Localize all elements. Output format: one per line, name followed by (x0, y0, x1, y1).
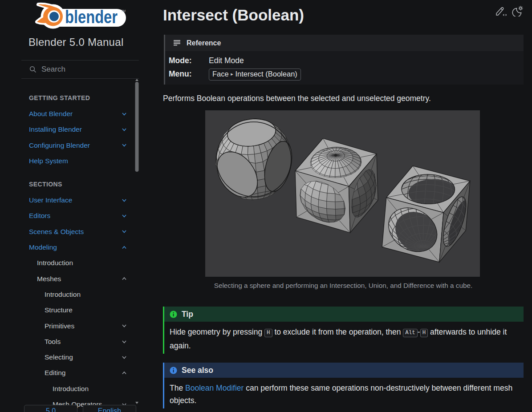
svg-text:TM: TM (121, 9, 126, 12)
svg-text:blender: blender (65, 7, 118, 27)
